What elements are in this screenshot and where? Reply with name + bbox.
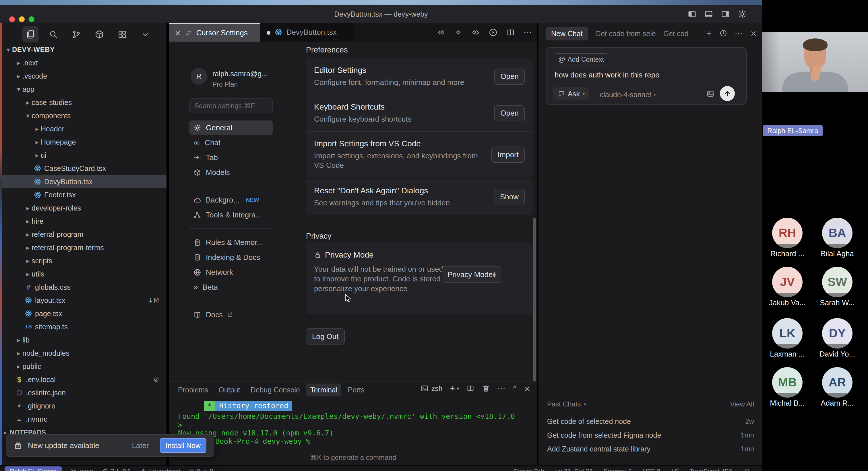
- import-button[interactable]: Import: [491, 146, 525, 163]
- chevron-down-icon[interactable]: [137, 26, 153, 42]
- participant-avatar[interactable]: MB: [772, 367, 803, 398]
- past-chat-item[interactable]: Add Zustand central state library1mo: [547, 443, 754, 455]
- tree-folder-row[interactable]: ▸node_modules: [0, 346, 166, 360]
- tab-cursor-settings[interactable]: × Cursor Settings: [169, 23, 260, 42]
- run-icon[interactable]: [489, 28, 498, 37]
- tree-folder-row[interactable]: ▸referral-program-terms: [0, 241, 166, 254]
- chat-tab[interactable]: Get cod: [663, 30, 689, 38]
- tree-folder-row[interactable]: ▸hire: [0, 214, 166, 228]
- chat-input-card[interactable]: @ Add Context how does auth work in this…: [546, 47, 747, 105]
- tree-file-row[interactable]: layout.tsx↓M: [0, 294, 166, 307]
- tree-folder-row[interactable]: ▸referral-program: [0, 228, 166, 241]
- tree-folder-row[interactable]: ▸developer-roles: [0, 201, 166, 214]
- status-item-spaces-2[interactable]: Spaces: 2: [603, 468, 632, 471]
- settings-nav-chat[interactable]: ∞Chat: [189, 135, 273, 150]
- add-context-chip[interactable]: @ Add Context: [554, 53, 608, 65]
- split-terminal-icon[interactable]: [466, 384, 474, 393]
- tree-folder-row[interactable]: ▾components: [0, 109, 166, 122]
- search-icon[interactable]: [45, 26, 61, 42]
- status-item-utf-8[interactable]: UTF-8: [643, 468, 660, 471]
- tree-file-row[interactable]: #globals.css: [0, 280, 166, 294]
- chat-tab[interactable]: New Chat: [546, 27, 588, 40]
- tree-folder-row[interactable]: ▾app: [0, 82, 166, 96]
- split-editor-icon[interactable]: [506, 28, 515, 37]
- panel-left-icon[interactable]: [687, 9, 696, 19]
- settings-nav-models[interactable]: Models: [189, 165, 273, 179]
- panel-right-icon[interactable]: [721, 9, 730, 19]
- chat-query-text[interactable]: how does auth work in this repo: [555, 71, 660, 79]
- status-problems[interactable]: ⊘0 △0: [189, 468, 213, 471]
- tree-file-row[interactable]: ≡.nvmrc: [0, 412, 166, 426]
- status-branch[interactable]: main: [70, 468, 93, 471]
- model-selector[interactable]: claude-4-sonnet ▾: [600, 91, 656, 99]
- settings-nav-network[interactable]: Network: [189, 265, 273, 279]
- tree-folder-row[interactable]: ▸public: [0, 360, 166, 373]
- minimize-window-button[interactable]: [19, 16, 25, 22]
- settings-nav-general[interactable]: General: [189, 121, 273, 135]
- zoom-window-button[interactable]: [29, 16, 34, 22]
- settings-nav-backgro-[interactable]: Backgro...NEW: [189, 193, 273, 207]
- privacy-mode-select[interactable]: Privacy Mode ▲▼: [442, 267, 501, 282]
- status-item-lf[interactable]: LF: [671, 468, 679, 471]
- status-user-badge[interactable]: Ralph EL-Samra: [5, 466, 62, 471]
- settings-nav-beta[interactable]: »Beta: [189, 280, 273, 294]
- settings-nav-tools-integra-[interactable]: Tools & Integra...: [189, 208, 273, 222]
- settings-scrollbar[interactable]: [533, 218, 536, 381]
- tree-file-row[interactable]: DevyButton.tsx: [0, 175, 166, 188]
- participant-avatar[interactable]: AR: [822, 367, 852, 398]
- settings-search-input[interactable]: Search settings ⌘F: [189, 98, 273, 113]
- tree-file-row[interactable]: Footer.tsx: [0, 188, 166, 201]
- show-button[interactable]: Show: [494, 189, 525, 205]
- navigate-forward-icon[interactable]: [471, 28, 480, 37]
- past-chat-item[interactable]: Get code from selected Figma node1mo: [547, 429, 754, 441]
- install-now-button[interactable]: Install Now: [160, 438, 206, 453]
- send-button[interactable]: [720, 86, 735, 101]
- mode-selector[interactable]: Ask ▾: [553, 87, 589, 100]
- tree-folder-row[interactable]: ▸lib: [0, 333, 166, 346]
- status-item-typescript-jsx[interactable]: TypeScript JSX: [690, 468, 733, 471]
- tree-folder-row[interactable]: ▸ui: [0, 148, 166, 162]
- participant-avatar[interactable]: LK: [772, 318, 803, 348]
- tree-file-row[interactable]: page.tsx: [0, 307, 166, 320]
- tree-file-row[interactable]: $.env.local⊘: [0, 373, 166, 386]
- open-button[interactable]: Open: [494, 69, 525, 85]
- extensions-icon[interactable]: [91, 26, 107, 42]
- participant-avatar[interactable]: SW: [822, 267, 852, 297]
- tree-file-row[interactable]: TSsitemap.ts: [0, 320, 166, 333]
- later-button[interactable]: Later: [126, 441, 154, 450]
- layout-grid-icon[interactable]: [114, 26, 130, 42]
- shell-label[interactable]: zsh: [431, 384, 443, 393]
- view-all-link[interactable]: View All: [730, 400, 754, 408]
- tree-file-row[interactable]: CaseStudyCard.tsx: [0, 162, 166, 175]
- close-panel-icon[interactable]: ×: [524, 384, 530, 393]
- more-options-icon[interactable]: ⋯: [735, 29, 743, 38]
- past-chats-heading[interactable]: Past Chats ▾: [547, 400, 586, 408]
- tree-folder-row[interactable]: ▸.vscode: [0, 69, 166, 82]
- status-item-cursor-tab[interactable]: Cursor Tab: [514, 468, 544, 471]
- tab-devybutton[interactable]: ● DevyButton.tsx: [260, 23, 353, 42]
- participant-avatar[interactable]: JV: [772, 267, 803, 297]
- participant-avatar[interactable]: BA: [822, 218, 852, 248]
- settings-nav-tab[interactable]: Tab: [189, 150, 273, 165]
- past-chat-item[interactable]: Get code of selected node2w: [547, 415, 754, 428]
- more-icon[interactable]: ⋯: [497, 384, 505, 393]
- navigate-back-icon[interactable]: [437, 28, 445, 37]
- panel-tab-ports[interactable]: Ports: [344, 383, 368, 396]
- trash-icon[interactable]: [482, 384, 490, 393]
- tree-folder-row[interactable]: ▸Header: [0, 122, 166, 135]
- settings-nav-indexing-docs[interactable]: Indexing & Docs: [189, 250, 273, 265]
- more-actions-icon[interactable]: ⋯: [524, 27, 532, 37]
- status-item-ln-31-col-33[interactable]: Ln 31, Col 33: [555, 468, 593, 471]
- participant-avatar[interactable]: DY: [822, 318, 852, 348]
- tree-file-row[interactable]: .gitignore: [0, 399, 166, 412]
- maximize-panel-icon[interactable]: ^: [513, 384, 516, 393]
- tree-file-row[interactable]: .eslintrc.json: [0, 386, 166, 399]
- tree-folder-row[interactable]: ▸case-studies: [0, 96, 166, 109]
- history-clock-icon[interactable]: [719, 29, 727, 37]
- participant-avatar[interactable]: RH: [772, 218, 803, 248]
- panel-tab-terminal[interactable]: Terminal: [306, 383, 341, 396]
- presenter-webcam[interactable]: [762, 32, 868, 92]
- new-chat-plus-icon[interactable]: +: [706, 28, 712, 39]
- open-button[interactable]: Open: [494, 105, 525, 121]
- status-launchpad[interactable]: Launchpad: [140, 468, 181, 471]
